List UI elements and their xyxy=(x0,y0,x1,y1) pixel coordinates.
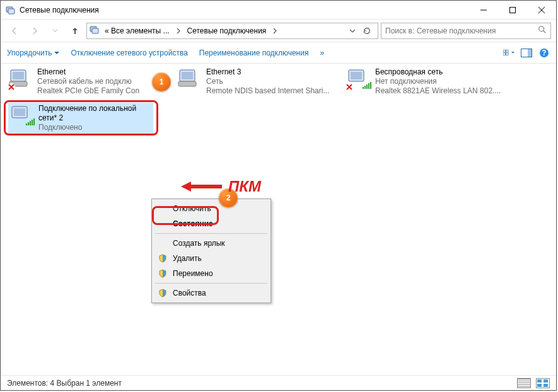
ctx-shortcut[interactable]: Создать ярлык xyxy=(154,236,269,251)
svg-rect-34 xyxy=(537,379,542,383)
svg-rect-37 xyxy=(543,384,548,387)
breadcrumb-2[interactable]: Сетевые подключения xyxy=(185,26,269,35)
chevron-right-icon[interactable] xyxy=(175,28,182,34)
address-bar[interactable]: « Все элементы ... Сетевые подключения xyxy=(86,23,378,39)
blank-icon xyxy=(158,238,168,248)
shield-icon xyxy=(158,268,168,279)
connection-item-ethernet[interactable]: Ethernet Сетевой кабель не подклю Realte… xyxy=(8,67,166,96)
chevron-down-icon[interactable] xyxy=(349,28,356,34)
connection-item-wireless[interactable]: Беспроводная сеть Нет подключения Realte… xyxy=(346,67,504,96)
svg-rect-1 xyxy=(8,9,15,14)
context-menu: Отключить Состояние Создать ярлык Удалит… xyxy=(151,199,271,303)
connection-name: Ethernet xyxy=(37,67,139,77)
toolbar: Упорядочить Отключение сетевого устройст… xyxy=(1,42,556,64)
connection-text: Ethernet Сетевой кабель не подклю Realte… xyxy=(37,67,139,96)
ctx-delete[interactable]: Удалить xyxy=(154,251,269,266)
svg-text:?: ? xyxy=(542,49,546,57)
disable-device-button[interactable]: Отключение сетевого устройства xyxy=(71,49,187,57)
svg-rect-28 xyxy=(351,72,362,79)
svg-rect-15 xyxy=(528,49,532,57)
svg-rect-33 xyxy=(14,108,25,116)
window-title: Сетевые подключения xyxy=(20,6,99,14)
ctx-separator xyxy=(155,233,267,234)
svg-rect-35 xyxy=(543,379,548,383)
search-input[interactable]: Поиск в: Сетевые подключения xyxy=(381,23,551,39)
rename-connection-button[interactable]: Переименование подключения xyxy=(199,49,309,57)
nav-up-button[interactable] xyxy=(66,22,84,40)
svg-rect-25 xyxy=(182,72,193,79)
connection-text: Подключение по локальной сети* 2 Подключ… xyxy=(38,104,152,132)
svg-rect-12 xyxy=(503,53,505,55)
connection-device: Realtek PCIe GbE Family Con xyxy=(37,86,139,96)
view-options-button[interactable] xyxy=(503,47,514,59)
svg-rect-36 xyxy=(537,384,542,387)
toolbar-overflow[interactable]: » xyxy=(320,49,324,57)
network-adapter-icon xyxy=(346,67,371,90)
control-panel-icon xyxy=(90,25,100,37)
status-text: Элементов: 4 Выбран 1 элемент xyxy=(7,379,122,388)
organize-menu[interactable]: Упорядочить xyxy=(7,49,59,57)
shield-icon xyxy=(158,253,168,263)
close-button[interactable] xyxy=(527,1,556,19)
connection-text: Беспроводная сеть Нет подключения Realte… xyxy=(375,67,501,96)
connection-name: Ethernet 3 xyxy=(206,67,329,77)
connection-status: Нет подключения xyxy=(375,77,501,86)
organize-label: Упорядочить xyxy=(7,49,52,57)
search-placeholder: Поиск в: Сетевые подключения xyxy=(385,26,496,35)
blank-icon xyxy=(158,219,168,229)
view-mode-buttons xyxy=(517,378,550,388)
svg-rect-26 xyxy=(178,81,196,86)
refresh-button[interactable] xyxy=(359,23,375,39)
help-button[interactable]: ? xyxy=(538,47,550,59)
svg-line-9 xyxy=(543,31,546,33)
statusbar: Элементов: 4 Выбран 1 элемент xyxy=(1,375,556,390)
network-adapter-icon xyxy=(9,104,35,127)
ctx-properties[interactable]: Свойства xyxy=(154,285,269,301)
ctx-status[interactable]: Состояние xyxy=(154,216,269,231)
chevron-right-icon[interactable] xyxy=(271,28,279,34)
address-row: « Все элементы ... Сетевые подключения П… xyxy=(1,20,556,42)
details-view-button[interactable] xyxy=(517,378,531,388)
blank-icon xyxy=(158,204,168,214)
svg-rect-7 xyxy=(92,28,98,33)
connection-text: Ethernet 3 Сеть Remote NDIS based Intern… xyxy=(206,67,329,96)
titlebar: Сетевые подключения xyxy=(1,1,556,20)
nav-recent-dropdown[interactable] xyxy=(46,22,64,40)
large-icons-view-button[interactable] xyxy=(536,378,550,388)
network-connections-icon xyxy=(6,5,16,15)
nav-forward-button[interactable] xyxy=(26,22,44,40)
network-adapter-icon xyxy=(177,67,202,90)
svg-rect-19 xyxy=(13,72,24,79)
breadcrumb-1[interactable]: « Все элементы ... xyxy=(102,26,172,35)
left-arrow-icon xyxy=(181,180,222,193)
ctx-rename[interactable]: Переимено xyxy=(154,266,269,281)
network-adapter-icon xyxy=(8,67,33,90)
preview-pane-button[interactable] xyxy=(521,47,532,59)
search-icon xyxy=(538,25,547,36)
connection-device: Realtek 8821AE Wireless LAN 802.... xyxy=(375,86,501,96)
connection-status: Сетевой кабель не подклю xyxy=(37,77,139,86)
connection-status: Сеть xyxy=(206,77,329,86)
window: Сетевые подключения « Все элементы ... С… xyxy=(0,0,557,391)
ctx-separator xyxy=(155,283,267,284)
maximize-button[interactable] xyxy=(498,1,527,19)
connection-name: Беспроводная сеть xyxy=(375,67,501,77)
content-area: Ethernet Сетевой кабель не подклю Realte… xyxy=(1,64,556,375)
connection-name: Подключение по локальной сети* 2 xyxy=(38,104,152,123)
svg-rect-11 xyxy=(506,50,508,52)
titlebar-left: Сетевые подключения xyxy=(6,5,99,15)
annotation-badge-1: 1 xyxy=(152,72,171,91)
svg-rect-10 xyxy=(503,50,505,52)
annotation-pkm-label: ПКМ xyxy=(228,178,261,195)
connection-item-ethernet3[interactable]: Ethernet 3 Сеть Remote NDIS based Intern… xyxy=(177,67,335,96)
svg-point-8 xyxy=(539,26,544,32)
connection-device: Remote NDIS based Internet Shari... xyxy=(206,86,329,96)
ctx-disable[interactable]: Отключить xyxy=(154,201,269,216)
connection-item-local[interactable]: Подключение по локальной сети* 2 Подключ… xyxy=(8,103,153,134)
minimize-button[interactable] xyxy=(469,1,498,19)
svg-rect-3 xyxy=(510,7,516,13)
nav-back-button[interactable] xyxy=(6,22,23,40)
annotation-arrow: ПКМ xyxy=(181,178,261,195)
connection-status: Подключено xyxy=(38,123,152,132)
window-controls xyxy=(469,1,556,19)
